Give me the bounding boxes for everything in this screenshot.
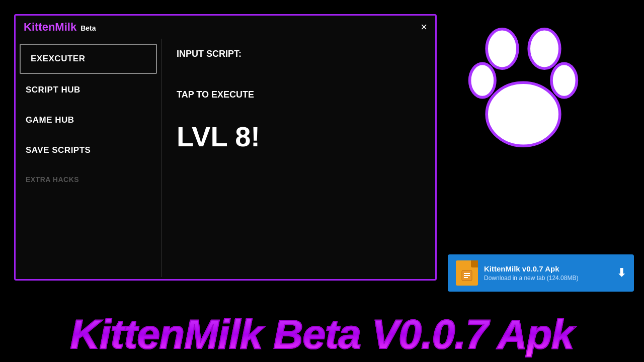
title-kitten: KittenMilk <box>24 21 76 34</box>
sidebar-item-executer[interactable]: EXEXCUTER <box>20 44 157 74</box>
svg-point-0 <box>487 29 518 68</box>
download-title: KittenMilk v0.0.7 Apk <box>484 264 611 273</box>
download-subtitle: Download in a new tab (124.08MB) <box>484 275 611 282</box>
input-script-label: INPUT SCRIPT: <box>177 49 420 59</box>
sidebar: EXEXCUTER SCRIPT HUB GAME HUB SAVE SCRIP… <box>16 39 162 277</box>
download-file-icon <box>456 260 478 286</box>
app-title: KittenMilk Beta <box>24 21 96 34</box>
tap-execute-button[interactable]: TAP TO EXECUTE <box>177 89 420 100</box>
bottom-title-bar: KittenMilk Beta V0.0.7 Apk <box>0 307 644 362</box>
sidebar-item-game-hub[interactable]: GAME HUB <box>16 106 161 134</box>
title-beta: Beta <box>80 24 96 32</box>
svg-point-3 <box>551 63 577 97</box>
bottom-title-text: KittenMilk Beta V0.0.7 Apk <box>70 311 574 358</box>
svg-point-2 <box>470 63 495 97</box>
sidebar-item-script-hub[interactable]: SCRIPT HUB <box>16 76 161 104</box>
svg-point-1 <box>529 29 560 68</box>
sidebar-item-save-scripts[interactable]: SAVE SCRIPTS <box>16 136 161 164</box>
close-button[interactable]: × <box>421 22 427 33</box>
app-window: KittenMilk Beta × EXEXCUTER SCRIPT HUB G… <box>14 14 437 281</box>
sidebar-item-extra-hacks[interactable]: EXTRA HACKS <box>16 166 161 193</box>
paw-icon <box>453 10 594 151</box>
content-area: EXEXCUTER SCRIPT HUB GAME HUB SAVE SCRIP… <box>16 39 435 277</box>
download-notification[interactable]: KittenMilk v0.0.7 Apk Download in a new … <box>448 254 634 292</box>
download-text-area: KittenMilk v0.0.7 Apk Download in a new … <box>484 264 611 282</box>
svg-point-4 <box>487 82 560 146</box>
main-panel: INPUT SCRIPT: TAP TO EXECUTE LVL 8! <box>162 39 435 277</box>
lvl-display: LVL 8! <box>177 120 420 153</box>
title-bar: KittenMilk Beta × <box>16 16 435 39</box>
download-arrow-icon[interactable]: ⬇ <box>617 266 626 280</box>
